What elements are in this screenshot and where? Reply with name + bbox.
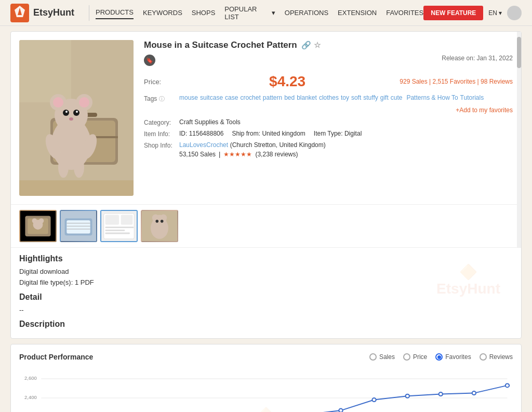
svg-point-29: [32, 218, 37, 223]
svg-rect-33: [66, 220, 90, 233]
chevron-down-icon: ▾: [499, 9, 502, 17]
thumbnail-2[interactable]: [60, 210, 97, 242]
tag[interactable]: soft: [351, 94, 361, 102]
svg-point-16: [73, 110, 79, 116]
svg-point-22: [58, 157, 69, 178]
nav-shops[interactable]: SHOPS: [192, 7, 216, 19]
radio-reviews[interactable]: Reviews: [480, 353, 513, 361]
product-title: Mouse in a Suitcase Crochet Pattern 🔗 ☆: [144, 40, 513, 50]
tag[interactable]: toy: [341, 94, 349, 102]
radio-sales[interactable]: Sales: [369, 353, 395, 361]
language-selector[interactable]: EN ▾: [488, 9, 502, 17]
logo[interactable]: EtsyHunt: [10, 4, 74, 22]
svg-point-50: [161, 220, 164, 223]
item-info-value: ID: 1156488806 Ship from: United kingdom…: [179, 130, 362, 137]
shop-details: LauLovesCrochet (Church Stretton, United…: [179, 141, 326, 158]
svg-rect-42: [105, 230, 125, 231]
header-right: NEW FEATURE EN ▾: [423, 6, 522, 20]
tags-label: Tags ⓘ: [144, 94, 175, 103]
tag[interactable]: mouse: [179, 94, 198, 102]
tags-row: Tags ⓘ mouse suitcase case crochet patte…: [144, 94, 513, 103]
add-to-favorites[interactable]: +Add to my favorites: [456, 107, 513, 114]
bookmark-icon[interactable]: 🔖: [144, 55, 155, 66]
shop-sales: 53,150 Sales: [179, 151, 216, 158]
nav-operations[interactable]: OPERATIONS: [285, 7, 328, 19]
shop-name-link[interactable]: LauLovesCrochet: [179, 141, 228, 149]
product-stats: 929 Sales | 2,515 Favorites | 98 Reviews: [400, 78, 513, 85]
tag[interactable]: Tutorials: [460, 94, 484, 102]
chevron-down-icon: ▾: [272, 9, 275, 17]
svg-rect-43: [105, 233, 130, 234]
nav-keywords[interactable]: KEYWORDS: [143, 7, 182, 19]
radio-group: Sales Price Favorites Reviews: [369, 353, 513, 361]
svg-point-49: [155, 220, 158, 223]
svg-point-15: [63, 110, 69, 116]
radio-favorites[interactable]: Favorites: [435, 353, 471, 361]
link-icon[interactable]: 🔗: [301, 41, 311, 50]
nav-favorites[interactable]: FAVORITES: [386, 7, 423, 19]
main-nav: PRODUCTS KEYWORDS SHOPS POPULAR LIST ▾ O…: [96, 3, 423, 23]
ship-from: Ship from: United kingdom: [232, 130, 305, 137]
logo-text: EtsyHunt: [33, 7, 74, 18]
tag[interactable]: stuffy: [363, 94, 378, 102]
logo-icon: [10, 4, 29, 22]
product-main-image: [19, 40, 134, 196]
tag[interactable]: crochet: [240, 94, 260, 102]
radio-circle-favorites: [435, 353, 443, 361]
thumbnail-4[interactable]: [141, 210, 178, 242]
shop-info-row: Shop Info: LauLovesCrochet (Church Stret…: [144, 141, 513, 158]
tag[interactable]: cute: [391, 94, 403, 102]
item-id: ID: 1156488806: [179, 130, 223, 137]
svg-point-72: [406, 394, 409, 398]
svg-point-71: [372, 398, 376, 402]
thumbnail-1[interactable]: [19, 210, 57, 242]
tag[interactable]: blanket: [297, 94, 317, 102]
scrollbar-thumb[interactable]: [517, 37, 521, 68]
svg-point-18: [76, 111, 78, 113]
svg-point-30: [39, 218, 44, 223]
tag[interactable]: suitcase: [200, 94, 223, 102]
performance-chart: 🔶EtsyHunt 2,600 2,400 2,200 2,000 1,800: [19, 369, 513, 412]
tag[interactable]: pattern: [263, 94, 282, 102]
category-label: Category:: [144, 118, 175, 126]
svg-rect-39: [105, 215, 119, 225]
star-icon[interactable]: ☆: [314, 41, 321, 50]
radio-price[interactable]: Price: [403, 353, 427, 361]
shop-reviews: (3,238 reviews): [255, 151, 298, 158]
chart-svg: 2,600 2,400 2,200 2,000 1,800: [19, 369, 513, 412]
category-row: Category: Craft Supplies & Tools: [144, 118, 513, 126]
svg-point-23: [74, 157, 84, 178]
svg-text:2,600: 2,600: [24, 376, 37, 381]
thumbnail-3[interactable]: [100, 210, 138, 242]
nav-products[interactable]: PRODUCTS: [96, 6, 134, 19]
category-value: Craft Supplies & Tools: [179, 118, 241, 126]
highlight-line-2: Digital file type(s): 1 PDF: [19, 277, 513, 288]
svg-point-19: [69, 117, 73, 121]
tag[interactable]: clothes: [319, 94, 339, 102]
new-feature-button[interactable]: NEW FEATURE: [423, 6, 483, 20]
highlights-title: Hightlights: [19, 254, 513, 263]
svg-rect-40: [121, 215, 133, 225]
radio-circle-price: [403, 353, 410, 361]
tag[interactable]: Patterns & How To: [406, 94, 458, 102]
nav-extension[interactable]: EXTENSION: [338, 7, 377, 19]
tags-container: mouse suitcase case crochet pattern bed …: [179, 94, 484, 102]
svg-point-13: [53, 97, 63, 108]
highlights-section: 🔶EtsyHunt Hightlights Digital download D…: [11, 247, 521, 338]
svg-point-17: [65, 111, 68, 113]
nav-popular-list[interactable]: POPULAR LIST ▾: [224, 3, 275, 23]
item-info-label: Item Info:: [144, 129, 175, 138]
svg-rect-24: [19, 180, 134, 196]
scrollbar[interactable]: [517, 32, 521, 247]
tag[interactable]: case: [225, 94, 238, 102]
item-type: Item Type: Digital: [314, 130, 362, 137]
performance-header: Product Performance Sales Price Favorite…: [19, 353, 513, 361]
tag[interactable]: gift: [380, 94, 389, 102]
product-details: Mouse in a Suitcase Crochet Pattern 🔗 ☆ …: [144, 40, 513, 196]
item-info-row: Item Info: ID: 1156488806 Ship from: Uni…: [144, 129, 513, 138]
price-value: $4.23: [269, 73, 305, 90]
tag[interactable]: bed: [284, 94, 295, 102]
performance-title: Product Performance: [19, 353, 93, 361]
svg-point-14: [79, 97, 89, 108]
avatar[interactable]: [507, 6, 522, 20]
